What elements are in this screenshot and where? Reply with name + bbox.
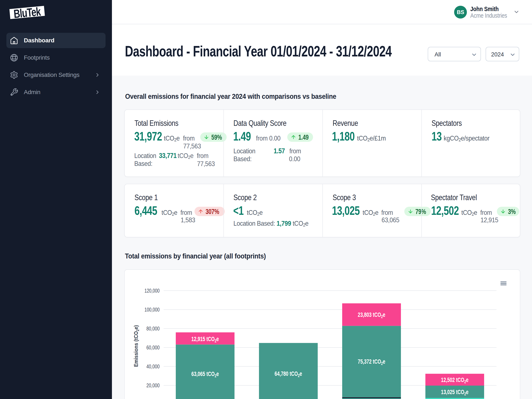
svg-text:60,000: 60,000 [146,345,160,350]
svg-text:40,000: 40,000 [146,363,160,369]
svg-text:100,000: 100,000 [145,307,160,313]
svg-text:80,000: 80,000 [146,326,160,332]
svg-text:Emissions (tCO2e): Emissions (tCO2e) [133,325,139,367]
svg-text:20,000: 20,000 [146,382,160,388]
svg-text:120,000: 120,000 [145,288,160,294]
